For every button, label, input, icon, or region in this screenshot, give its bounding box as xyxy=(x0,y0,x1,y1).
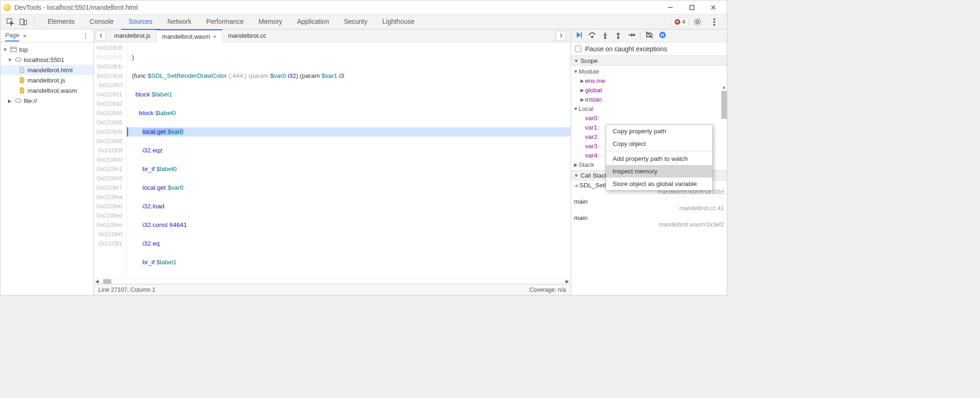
window-icon xyxy=(10,46,17,53)
svg-point-4 xyxy=(696,21,699,23)
scope-header[interactable]: ▼Scope xyxy=(571,55,727,66)
step-into-icon[interactable] xyxy=(601,31,609,41)
separator xyxy=(640,32,641,40)
coverage-status: Coverage: n/a xyxy=(529,287,566,293)
tab-elements[interactable]: Elements xyxy=(40,14,82,29)
tab-performance[interactable]: Performance xyxy=(199,14,251,29)
deactivate-breakpoints-icon[interactable] xyxy=(645,31,654,41)
svg-rect-3 xyxy=(24,21,27,25)
step-icon[interactable] xyxy=(627,31,635,41)
settings-icon[interactable] xyxy=(692,17,703,27)
svg-rect-0 xyxy=(690,5,694,9)
status-bar: Line 27107, Column 1 Coverage: n/a xyxy=(94,284,571,295)
separator xyxy=(34,17,35,27)
nav-forward-icon[interactable] xyxy=(556,31,566,41)
more-menu-icon[interactable] xyxy=(709,17,719,27)
debugger-pane: Pause on caught exceptions ▼Scope ▼Modul… xyxy=(571,29,727,295)
tab-application[interactable]: Application xyxy=(290,14,337,29)
pause-caught-row[interactable]: Pause on caught exceptions xyxy=(571,42,727,55)
tab-lighthouse[interactable]: Lighthouse xyxy=(375,14,422,29)
file-tab-cc[interactable]: mandelbrot.cc xyxy=(222,29,272,42)
tree-host[interactable]: ▼localhost:5501 xyxy=(0,55,93,65)
devtools-window: DevTools - localhost:5501/mandelbrot.htm… xyxy=(0,0,727,295)
navigator-header: Page » ⋮ xyxy=(0,29,93,42)
file-icon xyxy=(18,87,26,94)
step-out-icon[interactable] xyxy=(614,31,622,41)
svg-point-9 xyxy=(592,36,593,38)
ctx-store-global[interactable]: Store object as global variable xyxy=(606,178,712,190)
panel-tabs: Elements Console Sources Network Perform… xyxy=(40,14,422,29)
cursor-position: Line 27107, Column 1 xyxy=(98,287,155,293)
tree-file-scheme[interactable]: ▶file:// xyxy=(0,96,93,106)
svg-point-12 xyxy=(634,34,635,36)
devtools-icon xyxy=(3,4,11,11)
scope-local[interactable]: ▼Local xyxy=(573,104,727,113)
resume-icon[interactable] xyxy=(575,31,583,41)
svg-point-11 xyxy=(618,37,619,39)
checkbox-icon[interactable] xyxy=(575,46,581,52)
file-icon xyxy=(18,66,26,74)
tab-sources[interactable]: Sources xyxy=(121,14,160,29)
step-over-icon[interactable] xyxy=(588,31,596,41)
close-button[interactable] xyxy=(703,2,724,13)
execution-line: local.get xyxy=(143,128,168,135)
minimize-button[interactable] xyxy=(660,2,681,13)
inspect-element-icon[interactable] xyxy=(5,17,15,27)
editor-pane: mandelbrot.js mandelbrot.wasm× mandelbro… xyxy=(94,29,571,295)
context-menu: Copy property path Copy object Add prope… xyxy=(606,124,713,191)
ctx-inspect-memory[interactable]: Inspect memory xyxy=(606,165,712,178)
tab-network[interactable]: Network xyxy=(160,14,199,29)
file-tab-js[interactable]: mandelbrot.js xyxy=(109,29,156,42)
scope-item[interactable]: ▶global xyxy=(573,85,727,95)
navigator-more-icon[interactable]: » xyxy=(23,32,26,39)
titlebar: DevTools - localhost:5501/mandelbrot.htm… xyxy=(0,0,727,14)
tree-file-html[interactable]: mandelbrot.html xyxy=(0,65,93,75)
navigator-tab-page[interactable]: Page xyxy=(5,32,19,41)
tree-top[interactable]: ▼top xyxy=(0,44,93,55)
cloud-icon xyxy=(14,97,22,104)
main-area: Page » ⋮ ▼top ▼localhost:5501 mandelbrot… xyxy=(0,29,727,295)
file-icon xyxy=(18,76,26,84)
horizontal-scrollbar[interactable]: ◀▶ xyxy=(94,278,571,284)
file-tree: ▼top ▼localhost:5501 mandelbrot.html man… xyxy=(0,42,93,295)
tab-security[interactable]: Security xyxy=(337,14,375,29)
svg-point-7 xyxy=(714,24,715,25)
vertical-scrollbar[interactable]: ▲ xyxy=(721,84,727,206)
panel-toolbar: Elements Console Sources Network Perform… xyxy=(0,14,727,29)
callstack-frame[interactable]: mainmandelbrot.cc:41 xyxy=(571,197,727,213)
callstack-frame[interactable]: mainmandelbrot.wasm:0x3ef2 xyxy=(571,213,727,229)
window-title: DevTools - localhost:5501/mandelbrot.htm… xyxy=(14,4,138,11)
pause-exceptions-icon[interactable] xyxy=(658,31,667,41)
ctx-copy-path[interactable]: Copy property path xyxy=(606,125,712,137)
svg-point-13 xyxy=(659,32,666,38)
svg-point-10 xyxy=(605,37,606,39)
scope-module[interactable]: ▼Module xyxy=(573,67,727,76)
maximize-button[interactable] xyxy=(681,2,703,13)
svg-point-5 xyxy=(714,18,715,20)
scope-item[interactable]: ▶env.me xyxy=(573,76,727,85)
close-tab-icon[interactable]: × xyxy=(213,33,217,40)
separator xyxy=(606,151,712,151)
code-lines: ) (func $SDL_SetRenderDrawColor (;444;) … xyxy=(127,42,571,278)
navigator-menu-icon[interactable]: ⋮ xyxy=(83,32,89,39)
navigator-pane: Page » ⋮ ▼top ▼localhost:5501 mandelbrot… xyxy=(0,29,94,295)
scope-var[interactable]: var0: xyxy=(573,113,727,123)
ctx-add-watch[interactable]: Add property path to watch xyxy=(606,152,712,165)
tree-file-wasm[interactable]: mandelbrot.wasm xyxy=(0,85,93,96)
editor-tabs: mandelbrot.js mandelbrot.wasm× mandelbro… xyxy=(94,29,571,42)
gutter: 0x010fc80x010fc90x010fcb0x010fcd0x010fcf… xyxy=(94,42,127,278)
scope-item[interactable]: ▶instan xyxy=(573,95,727,104)
tree-file-js[interactable]: mandelbrot.js xyxy=(0,75,93,85)
tab-memory[interactable]: Memory xyxy=(251,14,290,29)
file-tab-wasm[interactable]: mandelbrot.wasm× xyxy=(156,29,222,42)
ctx-copy-object[interactable]: Copy object xyxy=(606,137,712,150)
device-toolbar-icon[interactable] xyxy=(18,17,28,27)
debugger-toolbar xyxy=(571,29,727,42)
error-counter[interactable]: ✕4 xyxy=(671,17,689,27)
svg-rect-2 xyxy=(20,19,24,25)
nav-back-icon[interactable] xyxy=(96,31,106,41)
svg-rect-8 xyxy=(11,47,16,52)
svg-point-6 xyxy=(714,21,715,22)
code-view[interactable]: 0x010fc80x010fc90x010fcb0x010fcd0x010fcf… xyxy=(94,42,571,278)
tab-console[interactable]: Console xyxy=(82,14,121,29)
